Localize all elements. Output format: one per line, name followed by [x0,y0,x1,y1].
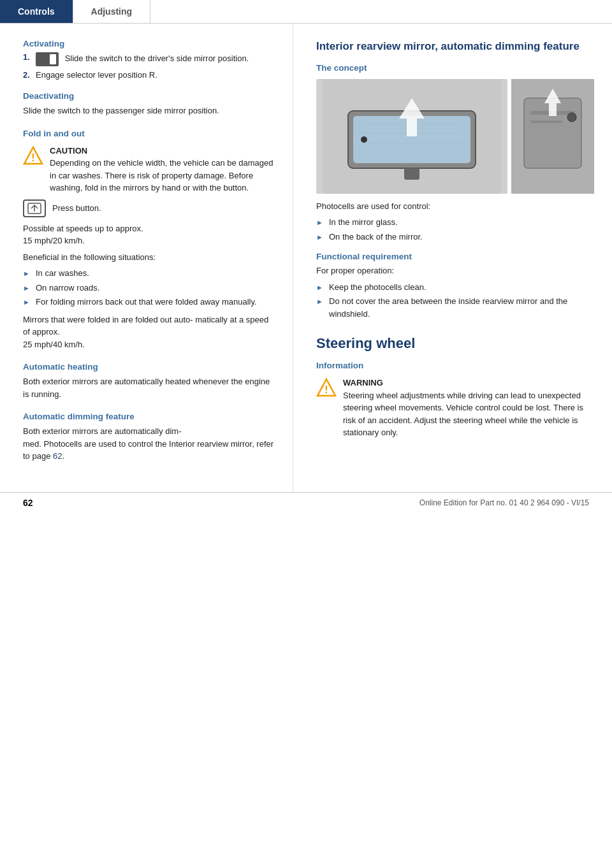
bullet-text-3: For folding mirrors back out that were f… [36,296,257,308]
folded-text: Mirrors that were folded in are folded o… [23,314,275,351]
concept-bullet-list: ► In the mirror glass. ► On the back of … [316,216,594,243]
tab-adjusting[interactable]: Adjusting [73,0,151,23]
bullet-arrow-1: ► [23,268,31,279]
mirror-right-image [511,79,594,194]
auto-dimming-text: Both exterior mirrors are automatically … [23,425,275,463]
auto-dimming-heading: Automatic dimming feature [23,412,275,421]
tab-controls[interactable]: Controls [0,0,73,23]
func-req-bullet-list: ► Keep the photocells clean. ► Do not co… [316,281,594,321]
page-number: 62 [23,498,33,508]
step-2: 2. Engage selector lever position R. [23,70,275,80]
bullet-arrow-r2: ► [316,232,324,243]
svg-point-17 [567,113,576,122]
concept-heading: The concept [316,63,594,73]
step-1-text: Slide the switch to the driver's side mi… [65,54,249,63]
footer-online-edition: Online Edition for Part no. 01 40 2 964 … [419,498,589,507]
caution-content: CAUTION Depending on the vehicle width, … [50,145,275,194]
svg-text:!: ! [31,152,34,163]
caution-triangle-icon: ! [23,146,43,166]
page-footer: 62 Online Edition for Part no. 01 40 2 9… [0,492,612,513]
step-2-num: 2. [23,70,36,80]
mirror-image-area [316,79,594,194]
press-button-row: Press button. [23,199,275,217]
bullet-text-1: In car washes. [36,267,89,280]
caution-box: ! CAUTION Depending on the vehicle width… [23,145,275,194]
fold-button-svg [27,203,41,214]
right-column: Interior rearview mirror, automatic dimm… [293,24,612,492]
bullet-back-mirror: ► On the back of the mirror. [316,231,594,243]
bullet-text-r1: In the mirror glass. [329,216,398,229]
header-nav: Controls Adjusting [0,0,612,24]
main-content: Activating 1. Slide the switch to the dr… [0,24,612,492]
press-button-text: Press button. [52,203,101,213]
warning-triangle-icon: ! [316,378,337,398]
bullet-do-not-cover: ► Do not cover the area between the insi… [316,295,594,320]
steering-wheel-heading: Steering wheel [316,335,594,352]
auto-heating-heading: Automatic heating [23,362,275,372]
warning-title: WARNING [343,377,594,389]
bullet-photocells-clean: ► Keep the photocells clean. [316,281,594,294]
info-heading: Information [316,361,594,370]
fold-heading: Fold in and out [23,129,275,138]
press-button-icon [23,199,46,217]
caution-text-body: Depending on the vehicle width, the vehi… [50,158,273,192]
bullet-arrow-2: ► [23,283,31,294]
warning-text-body: Steering wheel adjustments while driving… [343,391,583,438]
speed-text: Possible at speeds up to approx.15 mph/2… [23,222,275,247]
mirror-left-image [316,79,507,194]
bullet-arrow-3: ► [23,297,31,308]
mirror-svg-right [511,79,594,194]
page-link[interactable]: 62 [53,451,62,461]
deactivating-text: Slide the switch to the passenger side m… [23,105,275,117]
step-2-text: Engage selector lever position R. [36,70,275,80]
interior-mirror-heading: Interior rearview mirror, automatic dimm… [316,39,594,54]
func-req-heading: Functional requirement [316,252,594,261]
bullet-text-r4: Do not cover the area between the inside… [329,295,594,320]
svg-rect-12 [404,168,419,180]
func-req-intro: For proper operation: [316,264,594,277]
fold-bullet-list: ► In car washes. ► On narrow roads. ► Fo… [23,267,275,308]
warning-content: WARNING Steering wheel adjustments while… [343,377,594,439]
svg-text:!: ! [324,384,328,395]
step-1-content: Slide the switch to the driver's side mi… [36,52,275,66]
bullet-arrow-r4: ► [316,296,324,307]
svg-rect-16 [530,120,562,123]
step-1-num: 1. [23,52,36,62]
photocells-text: Photocells are used for control: [316,200,594,213]
warning-box: ! WARNING Steering wheel adjustments whi… [316,377,594,439]
auto-heating-text: Both exterior mirrors are automatically … [23,375,275,400]
bullet-folding-back: ► For folding mirrors back out that were… [23,296,275,308]
caution-title: CAUTION [50,145,275,157]
switch-icon [36,52,59,66]
bullet-narrow-roads: ► On narrow roads. [23,282,275,294]
bullet-text-r3: Keep the photocells clean. [329,281,426,294]
mirror-svg-left [316,79,507,194]
bullet-arrow-r1: ► [316,217,324,228]
left-column: Activating 1. Slide the switch to the dr… [0,24,293,492]
deactivating-heading: Deactivating [23,91,275,101]
beneficial-text: Beneficial in the following situations: [23,251,275,264]
svg-point-10 [361,136,367,143]
step-1: 1. Slide the switch to the driver's side… [23,52,275,66]
bullet-text-2: On narrow roads. [36,282,99,294]
bullet-text-r2: On the back of the mirror. [329,231,423,243]
bullet-mirror-glass: ► In the mirror glass. [316,216,594,229]
activating-heading: Activating [23,39,275,48]
bullet-arrow-r3: ► [316,282,324,293]
bullet-car-washes: ► In car washes. [23,267,275,280]
